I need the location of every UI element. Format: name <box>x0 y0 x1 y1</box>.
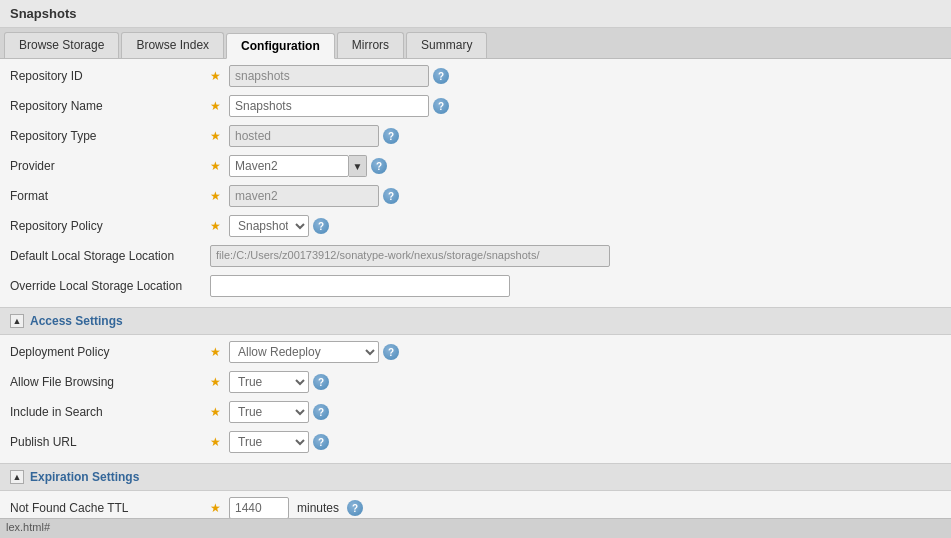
repository-policy-row: Repository Policy ★ Snapshot Release ? <box>0 211 951 241</box>
repository-policy-label: Repository Policy <box>10 219 210 233</box>
repository-type-input-area: ★ ? <box>210 125 941 147</box>
access-settings-toggle[interactable]: ▲ <box>10 314 24 328</box>
deployment-policy-select[interactable]: Allow Redeploy Disable Redeploy Read Onl… <box>229 341 379 363</box>
main-form: Repository ID ★ ? Repository Name ★ ? Re… <box>0 59 951 303</box>
allow-file-browsing-input-area: ★ True False ? <box>210 371 941 393</box>
not-found-cache-ttl-help-icon[interactable]: ? <box>347 500 363 516</box>
expiration-settings-title: Expiration Settings <box>30 470 139 484</box>
required-star-10: ★ <box>210 435 221 449</box>
required-star-2: ★ <box>210 99 221 113</box>
repository-name-input-area: ★ ? <box>210 95 941 117</box>
expiration-settings-toggle[interactable]: ▲ <box>10 470 24 484</box>
override-storage-row: Override Local Storage Location <box>0 271 951 301</box>
format-row: Format ★ ? <box>0 181 951 211</box>
repository-name-row: Repository Name ★ ? <box>0 91 951 121</box>
repository-name-label: Repository Name <box>10 99 210 113</box>
format-input-area: ★ ? <box>210 185 941 207</box>
required-star-8: ★ <box>210 375 221 389</box>
access-settings-form: Deployment Policy ★ Allow Redeploy Disab… <box>0 335 951 459</box>
publish-url-help-icon[interactable]: ? <box>313 434 329 450</box>
repository-name-input[interactable] <box>229 95 429 117</box>
default-storage-value: file:/C:/Users/z00173912/sonatype-work/n… <box>210 245 610 267</box>
provider-combo: ▼ <box>229 155 367 177</box>
deployment-policy-label: Deployment Policy <box>10 345 210 359</box>
provider-label: Provider <box>10 159 210 173</box>
not-found-cache-ttl-input[interactable] <box>229 497 289 518</box>
include-in-search-help-icon[interactable]: ? <box>313 404 329 420</box>
content-area: Repository ID ★ ? Repository Name ★ ? Re… <box>0 59 951 518</box>
repository-type-row: Repository Type ★ ? <box>0 121 951 151</box>
allow-file-browsing-label: Allow File Browsing <box>10 375 210 389</box>
not-found-cache-ttl-label: Not Found Cache TTL <box>10 501 210 515</box>
provider-input <box>229 155 349 177</box>
publish-url-select[interactable]: True False <box>229 431 309 453</box>
status-bar: lex.html# <box>0 518 951 538</box>
required-star-9: ★ <box>210 405 221 419</box>
include-in-search-row: Include in Search ★ True False ? <box>0 397 951 427</box>
tab-browse-index[interactable]: Browse Index <box>121 32 224 58</box>
tab-browse-storage[interactable]: Browse Storage <box>4 32 119 58</box>
required-star-7: ★ <box>210 345 221 359</box>
publish-url-label: Publish URL <box>10 435 210 449</box>
repository-type-label: Repository Type <box>10 129 210 143</box>
required-star-3: ★ <box>210 129 221 143</box>
minutes-label: minutes <box>297 501 339 515</box>
provider-help-icon[interactable]: ? <box>371 158 387 174</box>
allow-file-browsing-row: Allow File Browsing ★ True False ? <box>0 367 951 397</box>
default-storage-row: Default Local Storage Location file:/C:/… <box>0 241 951 271</box>
not-found-cache-ttl-input-area: ★ minutes ? <box>210 497 941 518</box>
repository-id-help-icon[interactable]: ? <box>433 68 449 84</box>
repository-id-label: Repository ID <box>10 69 210 83</box>
repository-id-input-area: ★ ? <box>210 65 941 87</box>
expiration-settings-form: Not Found Cache TTL ★ minutes ? <box>0 491 951 518</box>
repository-policy-select[interactable]: Snapshot Release <box>229 215 309 237</box>
tab-summary[interactable]: Summary <box>406 32 487 58</box>
allow-file-browsing-help-icon[interactable]: ? <box>313 374 329 390</box>
format-label: Format <box>10 189 210 203</box>
override-storage-input-area <box>210 275 941 297</box>
format-help-icon[interactable]: ? <box>383 188 399 204</box>
include-in-search-select[interactable]: True False <box>229 401 309 423</box>
access-settings-title: Access Settings <box>30 314 123 328</box>
repository-policy-input-area: ★ Snapshot Release ? <box>210 215 941 237</box>
required-star-6: ★ <box>210 219 221 233</box>
required-star-1: ★ <box>210 69 221 83</box>
required-star-11: ★ <box>210 501 221 515</box>
repository-id-row: Repository ID ★ ? <box>0 61 951 91</box>
include-in-search-input-area: ★ True False ? <box>210 401 941 423</box>
format-input <box>229 185 379 207</box>
repository-type-help-icon[interactable]: ? <box>383 128 399 144</box>
page-title: Snapshots <box>0 0 951 28</box>
not-found-cache-ttl-row: Not Found Cache TTL ★ minutes ? <box>0 493 951 518</box>
override-storage-input[interactable] <box>210 275 510 297</box>
tab-mirrors[interactable]: Mirrors <box>337 32 404 58</box>
publish-url-input-area: ★ True False ? <box>210 431 941 453</box>
tab-strip: Browse Storage Browse Index Configuratio… <box>0 28 951 59</box>
deployment-policy-row: Deployment Policy ★ Allow Redeploy Disab… <box>0 337 951 367</box>
include-in-search-label: Include in Search <box>10 405 210 419</box>
repository-id-input[interactable] <box>229 65 429 87</box>
override-storage-label: Override Local Storage Location <box>10 279 210 293</box>
expiration-settings-header: ▲ Expiration Settings <box>0 463 951 491</box>
allow-file-browsing-select[interactable]: True False <box>229 371 309 393</box>
required-star-4: ★ <box>210 159 221 173</box>
access-settings-header: ▲ Access Settings <box>0 307 951 335</box>
provider-row: Provider ★ ▼ ? <box>0 151 951 181</box>
provider-input-area: ★ ▼ ? <box>210 155 941 177</box>
repository-policy-help-icon[interactable]: ? <box>313 218 329 234</box>
publish-url-row: Publish URL ★ True False ? <box>0 427 951 457</box>
default-storage-label: Default Local Storage Location <box>10 249 210 263</box>
deployment-policy-help-icon[interactable]: ? <box>383 344 399 360</box>
required-star-5: ★ <box>210 189 221 203</box>
tab-configuration[interactable]: Configuration <box>226 33 335 59</box>
repository-type-input <box>229 125 379 147</box>
deployment-policy-input-area: ★ Allow Redeploy Disable Redeploy Read O… <box>210 341 941 363</box>
default-storage-input-area: file:/C:/Users/z00173912/sonatype-work/n… <box>210 245 941 267</box>
repository-name-help-icon[interactable]: ? <box>433 98 449 114</box>
provider-dropdown-arrow[interactable]: ▼ <box>349 155 367 177</box>
